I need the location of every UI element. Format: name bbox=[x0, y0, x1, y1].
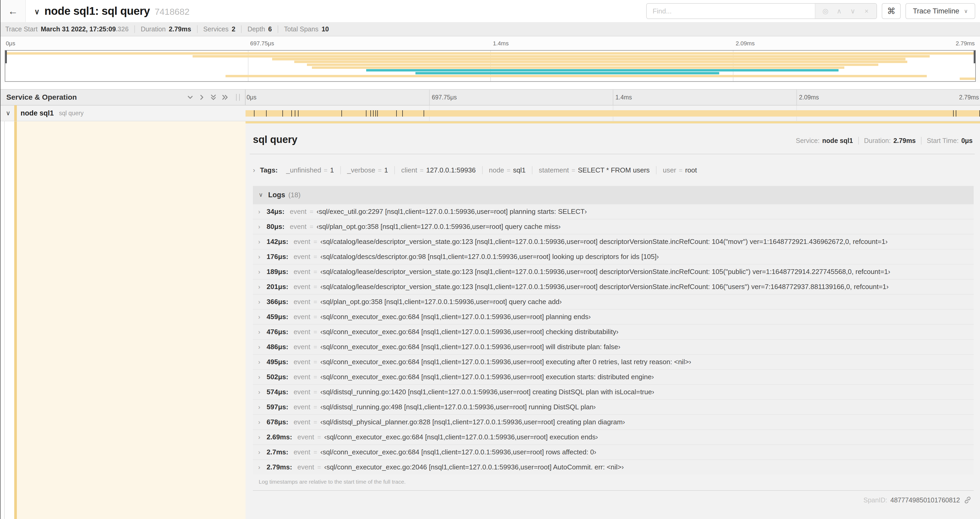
log-entry[interactable]: › 80μs: event = ‹sql/plan_opt.go:358 [ns… bbox=[253, 219, 974, 234]
trace-timeline-view-button[interactable]: Trace Timeline ∨ bbox=[905, 3, 975, 19]
clear-search-icon[interactable]: × bbox=[860, 7, 873, 15]
log-entry[interactable]: › 495μs: event = ‹sql/conn_executor_exec… bbox=[253, 354, 974, 369]
span-meta-item: Start Time: 0μs bbox=[921, 137, 973, 145]
log-timestamp: 142μs: bbox=[267, 238, 288, 246]
log-marker-tick bbox=[377, 110, 378, 117]
log-entry[interactable]: › 486μs: event = ‹sql/conn_executor_exec… bbox=[253, 339, 974, 354]
log-marker-tick bbox=[953, 110, 954, 117]
log-marker-tick bbox=[291, 110, 292, 117]
logs-header[interactable]: ∨ Logs (18) bbox=[253, 186, 974, 204]
tag-item[interactable]: node = sql1 bbox=[482, 166, 532, 174]
equals-sign: = bbox=[313, 238, 317, 246]
log-field-key: event bbox=[298, 463, 314, 471]
span-duration-bar[interactable] bbox=[245, 110, 980, 117]
chevron-right-icon: › bbox=[258, 313, 267, 321]
tag-item[interactable]: user = root bbox=[656, 166, 703, 174]
log-entry[interactable]: › 2.69ms: event = ‹sql/conn_executor_exe… bbox=[253, 430, 974, 444]
log-event-message: ‹sql/catalog/descs/descriptor.go:98 [nsq… bbox=[320, 252, 659, 261]
span-meta: Service: node sql1 Duration: 2.79ms Star… bbox=[791, 137, 973, 145]
tag-item[interactable]: statement = SELECT * FROM users bbox=[532, 166, 656, 174]
log-event-message: ‹sql/distsql_running.go:498 [nsql1,clien… bbox=[320, 403, 596, 411]
span-name-cell[interactable]: ∨ node sql1 sql query bbox=[0, 105, 245, 121]
span-bar-cell[interactable] bbox=[245, 105, 980, 121]
log-entry[interactable]: › 34μs: event = ‹sql/exec_util.go:2297 [… bbox=[253, 204, 974, 219]
log-marker-tick bbox=[298, 110, 299, 117]
prev-match-icon[interactable]: ∧ bbox=[832, 7, 846, 15]
log-entry[interactable]: › 502μs: event = ‹sql/conn_executor_exec… bbox=[253, 369, 974, 384]
equals-sign: = bbox=[420, 167, 423, 174]
log-field-key: event bbox=[298, 433, 314, 441]
equals-sign: = bbox=[313, 418, 317, 426]
chevron-right-icon: › bbox=[258, 388, 267, 396]
tag-value: 1 bbox=[330, 166, 334, 174]
log-timestamp: 366μs: bbox=[267, 298, 288, 306]
focus-match-icon[interactable]: ◎ bbox=[819, 7, 832, 15]
log-event-message: ‹sql/plan_opt.go:358 [nsql1,client=127.0… bbox=[317, 223, 561, 231]
column-resizer-grip[interactable] bbox=[236, 94, 240, 101]
ruler-tick-label: 2.79ms bbox=[956, 40, 975, 47]
tags-row[interactable]: › Tags: _unfinished = 1 _verbose = 1 cli… bbox=[250, 154, 975, 186]
minimap-canvas[interactable] bbox=[5, 50, 976, 82]
service-operation-header: Service & Operation bbox=[0, 89, 245, 105]
log-entry[interactable]: › 142μs: event = ‹sql/catalog/lease/desc… bbox=[253, 234, 974, 249]
log-entry[interactable]: › 678μs: event = ‹sql/distsql_physical_p… bbox=[253, 414, 974, 430]
trace-stat: Trace Start March 31 2022, 17:25:09 .326 bbox=[5, 25, 134, 33]
log-entry[interactable]: › 201μs: event = ‹sql/catalog/lease/desc… bbox=[253, 279, 974, 294]
tag-item[interactable]: client = 127.0.0.1:59936 bbox=[395, 166, 482, 174]
log-entry[interactable]: › 176μs: event = ‹sql/catalog/descs/desc… bbox=[253, 249, 974, 264]
log-entry[interactable]: › 2.79ms: event = ‹sql/conn_executor_exe… bbox=[253, 459, 974, 474]
equals-sign: = bbox=[313, 313, 317, 321]
equals-sign: = bbox=[310, 223, 313, 230]
stat-label: Services bbox=[204, 25, 229, 33]
expand-one-button[interactable] bbox=[196, 91, 208, 103]
tag-value: root bbox=[685, 166, 697, 174]
trace-title-group[interactable]: ∨ node sql1: sql query 7418682 bbox=[34, 5, 189, 18]
ruler-gridline bbox=[613, 89, 613, 105]
keyboard-shortcuts-button[interactable]: ⌘ bbox=[882, 3, 901, 19]
minimap-right-handle[interactable] bbox=[974, 51, 975, 63]
service-name: node sql1 bbox=[21, 109, 54, 117]
log-field-key: event bbox=[293, 373, 310, 381]
next-match-icon[interactable]: ∨ bbox=[846, 7, 860, 15]
minimap-left-handle[interactable] bbox=[5, 51, 7, 63]
log-timestamp: 476μs: bbox=[267, 328, 288, 336]
collapse-one-button[interactable] bbox=[185, 91, 196, 103]
row-expander-chevron-icon[interactable]: ∨ bbox=[6, 109, 14, 117]
tag-key: node bbox=[489, 166, 504, 174]
stat-value: 2 bbox=[232, 25, 235, 33]
ruler-tick-label: 2.79ms bbox=[959, 94, 979, 101]
deep-link-icon[interactable] bbox=[964, 496, 972, 504]
chevron-right-icon: › bbox=[258, 434, 267, 441]
chevron-right-icon: › bbox=[258, 358, 267, 366]
collapse-all-button[interactable] bbox=[208, 91, 219, 103]
expand-all-button[interactable] bbox=[219, 91, 231, 103]
double-chevron-right-icon bbox=[221, 93, 229, 101]
log-marker-tick bbox=[396, 110, 397, 117]
tag-key: user bbox=[663, 166, 676, 174]
log-entry[interactable]: › 459μs: event = ‹sql/conn_executor_exec… bbox=[253, 309, 974, 324]
trace-title: node sql1: sql query bbox=[45, 5, 150, 18]
log-timestamp: 34μs: bbox=[267, 208, 285, 216]
chevron-right-icon: › bbox=[258, 208, 267, 216]
equals-sign: = bbox=[313, 343, 317, 351]
log-entry[interactable]: › 476μs: event = ‹sql/conn_executor_exec… bbox=[253, 324, 974, 339]
log-field-key: event bbox=[293, 388, 310, 396]
tag-item[interactable]: _unfinished = 1 bbox=[280, 166, 340, 174]
log-entry[interactable]: › 366μs: event = ‹sql/plan_opt.go:358 [n… bbox=[253, 294, 974, 309]
equals-sign: = bbox=[313, 404, 317, 411]
equals-sign: = bbox=[313, 388, 317, 396]
log-field-key: event bbox=[293, 418, 310, 426]
find-input[interactable] bbox=[647, 4, 815, 18]
back-button[interactable]: ← bbox=[0, 0, 26, 22]
log-entry[interactable]: › 574μs: event = ‹sql/distsql_running.go… bbox=[253, 384, 974, 399]
span-id-row: SpanID: 4877749850101760812 bbox=[250, 491, 975, 504]
span-detail-row: sql query Service: node sql1 Duration: 2… bbox=[0, 121, 980, 519]
log-event-message: ‹sql/conn_executor_exec.go:684 [nsql1,cl… bbox=[320, 313, 591, 321]
log-field-key: event bbox=[293, 268, 310, 276]
logs-footer-note: Log timestamps are relative to the start… bbox=[253, 474, 974, 490]
minimap-span-bar bbox=[294, 61, 907, 63]
tag-item[interactable]: _verbose = 1 bbox=[340, 166, 395, 174]
log-entry[interactable]: › 597μs: event = ‹sql/distsql_running.go… bbox=[253, 399, 974, 414]
log-entry[interactable]: › 189μs: event = ‹sql/catalog/lease/desc… bbox=[253, 264, 974, 279]
log-entry[interactable]: › 2.7ms: event = ‹sql/conn_executor_exec… bbox=[253, 444, 974, 459]
